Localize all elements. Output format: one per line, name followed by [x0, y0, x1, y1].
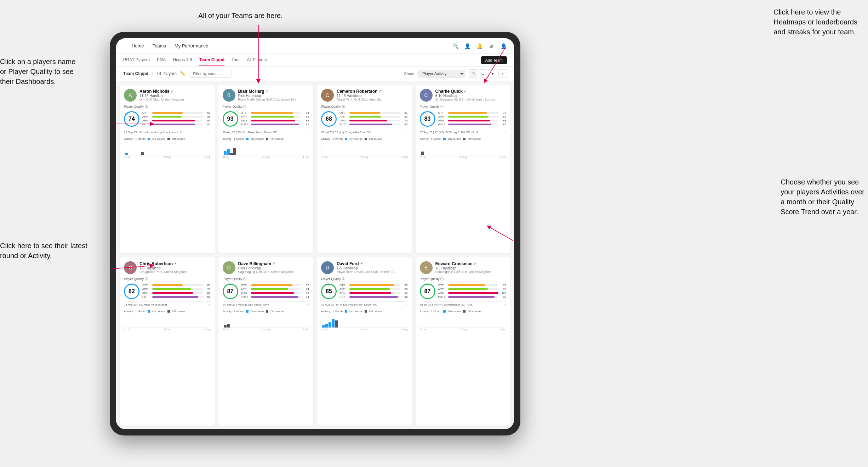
- quality-circle[interactable]: 83: [420, 111, 435, 127]
- quality-row: 87 OTT 82 APP 74 ARG 85 PUTT 94: [223, 284, 309, 299]
- latest-round[interactable]: 02 Sep 23 | Sunset round to get back int…: [124, 129, 211, 134]
- stat-row: ARG 81: [142, 291, 211, 295]
- stat-value: 75: [401, 119, 408, 122]
- quality-circle[interactable]: 68: [321, 111, 337, 127]
- latest-round[interactable]: 07 Aug 23 | 77 (+7), St George's Hill GC…: [420, 129, 507, 134]
- stat-label: APP: [438, 115, 447, 118]
- tab-pga[interactable]: PGA: [157, 54, 166, 66]
- on-course-legend: [443, 138, 446, 140]
- quality-circle[interactable]: 82: [124, 284, 139, 299]
- stat-value: 103: [500, 291, 506, 295]
- activity-chart: [321, 141, 408, 155]
- nav-home[interactable]: Home: [132, 43, 144, 49]
- stat-value: 92: [500, 295, 506, 298]
- player-handicap: 1-5 Handicap: [337, 266, 408, 270]
- player-card[interactable]: A Aaron Nicholls ✓ 11-15 Handicap Drift …: [120, 85, 215, 254]
- quality-row: 68 OTT 61 APP 63 ARG 75 PUTT 85: [321, 111, 408, 127]
- on-course-legend: [345, 138, 347, 140]
- nav-teams[interactable]: Teams: [153, 43, 166, 49]
- chart-date: 31 Jul: [321, 328, 328, 331]
- player-name[interactable]: Chris Robertson ✓: [139, 261, 211, 266]
- stat-value: 95: [303, 123, 309, 126]
- quality-row: 74 OTT 60 APP 58 ARG 84 PUTT 85: [124, 111, 211, 127]
- activity-section: Activity · 1 Month On course Off course …: [420, 136, 507, 158]
- player-name[interactable]: Blair McHarg ✓: [238, 89, 309, 94]
- player-info: David Ford ✓ 1-5 Handicap Royal North De…: [337, 261, 408, 274]
- verified-icon: ✓: [265, 90, 268, 93]
- tab-all-players[interactable]: All Players: [247, 54, 267, 66]
- quality-circle[interactable]: 85: [321, 284, 337, 299]
- player-name[interactable]: Aaron Nicholls ✓: [139, 89, 211, 94]
- tab-hcaps[interactable]: Hcaps 1-5: [173, 54, 192, 66]
- filter-button[interactable]: ▼: [489, 69, 497, 78]
- list-view-button[interactable]: ≡: [479, 69, 487, 78]
- sort-button[interactable]: ↕: [498, 69, 507, 78]
- player-card[interactable]: C Cameron Robertson ✓ 11-15 Handicap Roy…: [317, 85, 412, 254]
- stat-value: 85: [204, 123, 211, 126]
- annotation-dashboards: Click on a players nameor Player Quality…: [0, 57, 75, 86]
- activity-section: Activity · 1 Month On course Off course …: [420, 308, 507, 331]
- verified-icon: ✓: [378, 90, 381, 93]
- off-course-text: Off course: [172, 137, 185, 141]
- player-name[interactable]: Edward Crossman ✓: [435, 261, 507, 266]
- latest-round[interactable]: 03 Mar 23 | 19, Must make putting →: [124, 301, 211, 306]
- add-team-button[interactable]: Add Team: [481, 56, 507, 64]
- off-course-text: Off course: [270, 310, 284, 313]
- player-name[interactable]: Cameron Robertson ✓: [337, 89, 408, 94]
- latest-round[interactable]: 02 Jul 23 | 59 (+1), Craigmillar Park GC…: [321, 129, 408, 134]
- grid-view-button[interactable]: ⊞: [469, 69, 477, 78]
- chart-date: 4 Sep: [204, 328, 210, 331]
- notification-icon[interactable]: 🔔: [476, 42, 483, 50]
- chart-date: 31 Jul: [321, 156, 328, 158]
- player-card[interactable]: E Edward Crossman ✓ 1-5 Handicap Sunning…: [416, 257, 511, 426]
- player-club: Craigmillar Park, United Kingdom: [139, 270, 211, 274]
- activity-header: Activity · 1 Month On course Off course: [420, 310, 507, 313]
- latest-round[interactable]: 04 Sep 23 | Mobility with coach, Gym →: [223, 301, 309, 306]
- show-select[interactable]: Player Activity Quality Score Trend: [418, 70, 465, 78]
- stat-row: ARG 75: [339, 119, 408, 122]
- filter-input[interactable]: [189, 70, 232, 78]
- player-name[interactable]: Charlie Quick ✓: [435, 89, 507, 94]
- activity-header: Activity · 1 Month On course Off course: [420, 137, 507, 141]
- chart-date: 21 Aug: [164, 328, 171, 331]
- round-arrow-icon: →: [208, 131, 211, 134]
- avatar-icon[interactable]: 👤: [500, 42, 507, 50]
- round-text: 04 Sep 23 | Mobility with coach, Gym: [223, 303, 269, 306]
- ipad-screen: Home Teams My Performance 🔍 👤 🔔 ⊕ 👤 PGAT…: [116, 38, 514, 429]
- profile-icon[interactable]: 👤: [464, 42, 471, 50]
- quality-circle[interactable]: 74: [124, 111, 139, 127]
- stat-label: OTT: [241, 111, 250, 114]
- player-card[interactable]: D David Ford ✓ 1-5 Handicap Royal North …: [317, 257, 412, 426]
- latest-round[interactable]: 18 Jul 23 | 74 (+4), Sunningdale GC - Ol…: [420, 301, 507, 306]
- tab-team-clippd[interactable]: Team Clippd: [199, 54, 224, 66]
- quality-circle[interactable]: 87: [223, 284, 238, 299]
- stat-label: APP: [339, 287, 348, 291]
- team-count: 14 Players: [156, 71, 177, 76]
- activity-label: Activity · 1 Month: [420, 310, 441, 313]
- player-card[interactable]: B Blair McHarg ✓ Plus Handicap Royal Nor…: [218, 85, 314, 254]
- quality-circle[interactable]: 87: [420, 284, 435, 299]
- activity-label: Activity · 1 Month: [223, 310, 244, 313]
- settings-icon[interactable]: ⊕: [488, 42, 495, 50]
- search-icon[interactable]: 🔍: [452, 42, 459, 50]
- edit-icon[interactable]: ✏️: [180, 71, 185, 76]
- player-card[interactable]: D Dave Billingham ✓ Plus Handicap Sag Ma…: [218, 257, 314, 426]
- latest-round[interactable]: 26 Aug 23 | 73 (+1), Royal North Devon G…: [223, 129, 309, 134]
- stat-label: APP: [438, 287, 447, 291]
- tab-pgat-players[interactable]: PGAT Players: [123, 54, 150, 66]
- player-name[interactable]: David Ford ✓: [337, 261, 408, 266]
- player-name[interactable]: Dave Billingham ✓: [238, 261, 309, 266]
- chart-date: 4 Sep: [303, 156, 309, 158]
- player-club: Royal North Devon Golf Club, United Kin.…: [238, 98, 309, 101]
- quality-circle[interactable]: 93: [223, 111, 238, 127]
- tab-tour[interactable]: Tour: [232, 54, 240, 66]
- nav-my-performance[interactable]: My Performance: [175, 43, 208, 49]
- player-card[interactable]: C Chris Robertson ✓ 1-5 Handicap Craigmi…: [120, 257, 215, 426]
- latest-round[interactable]: 26 Aug 23 | 84 (+12), Royal North Devon …: [321, 301, 408, 306]
- player-card[interactable]: C Charlie Quick ✓ 6-10 Handicap St. Geor…: [416, 85, 511, 254]
- player-handicap: Plus Handicap: [238, 94, 309, 98]
- activity-section: Activity · 1 Month On course Off course …: [124, 308, 211, 331]
- stat-value: 85: [303, 115, 309, 118]
- off-course-text: Off course: [369, 137, 382, 141]
- activity-chart: [124, 314, 211, 328]
